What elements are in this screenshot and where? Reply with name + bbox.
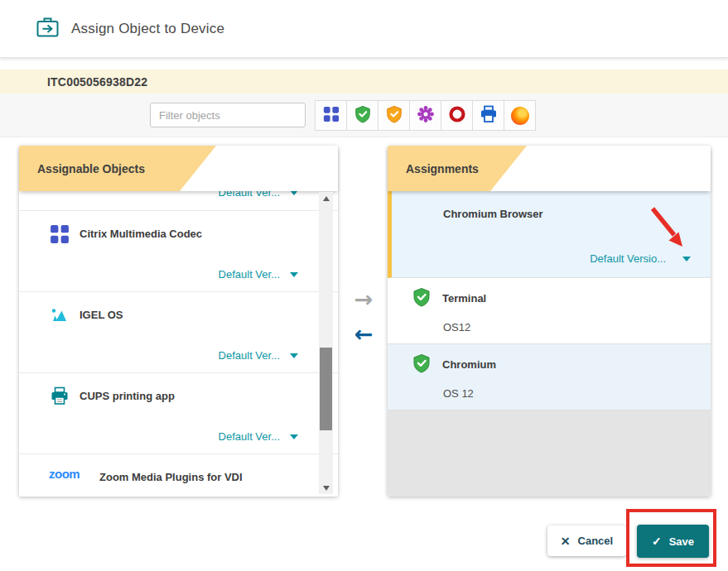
list-item-zoom-media-plugins[interactable]: zoom Zoom Media Plugins for VDI	[19, 454, 338, 497]
object-label: Citrix Multimedia Codec	[80, 228, 202, 240]
version-dropdown[interactable]: Default Ver...	[219, 191, 298, 199]
arrow-up-icon	[323, 196, 330, 201]
assignable-objects-list: Default Ver... Citrix Multimedia Codec D…	[19, 191, 338, 497]
assign-right-arrow-button[interactable]: →	[354, 288, 374, 311]
shield-orange-icon	[385, 105, 403, 126]
assignable-objects-header: Assignable Objects	[19, 146, 338, 191]
object-label: CUPS printing app	[80, 390, 175, 402]
chevron-down-icon	[290, 191, 298, 195]
shield-check-green-icon	[412, 353, 431, 373]
arrow-right-icon: →	[354, 286, 374, 312]
device-name: ITC005056938D22	[47, 75, 147, 89]
arrow-down-icon	[323, 486, 330, 491]
list-item-citrix-multimedia-codec[interactable]: Citrix Multimedia Codec Default Ver...	[19, 211, 338, 292]
filter-master-profiles-button[interactable]	[378, 100, 410, 131]
unassign-left-arrow-button[interactable]: ←	[354, 323, 374, 346]
close-icon: ✕	[561, 535, 571, 548]
filter-printer-button[interactable]	[472, 100, 504, 131]
assignment-label: Chromium Browser	[443, 208, 543, 220]
assignment-label: Terminal	[442, 292, 486, 305]
dialog-title: Assign Object to Device	[71, 21, 224, 37]
dialog-titlebar: Assign Object to Device	[0, 0, 728, 58]
list-item-partial[interactable]: Default Ver...	[19, 191, 338, 211]
filter-browser-button[interactable]	[504, 100, 536, 131]
browser-swirl-icon	[511, 107, 529, 125]
gear-flower-purple-icon	[417, 105, 435, 126]
filter-profiles-button[interactable]	[346, 100, 378, 131]
check-icon: ✓	[652, 535, 662, 548]
assignment-version-text: OS12	[443, 321, 470, 333]
assignment-label: Chromium	[442, 358, 496, 371]
chevron-down-icon	[682, 257, 691, 262]
version-dropdown[interactable]: Default Versio...	[590, 252, 691, 265]
assignment-version-text: OS 12	[443, 387, 474, 400]
igel-logo-icon	[50, 305, 70, 325]
apps-grid-icon	[323, 106, 340, 125]
assignments-list: Chromium Browser Default Versio... Termi…	[388, 191, 711, 497]
chevron-down-icon	[290, 272, 298, 277]
assignable-objects-panel: Assignable Objects Default Ver...	[19, 146, 338, 497]
object-label: Zoom Media Plugins for VDI	[99, 471, 243, 483]
object-type-filter-group	[315, 100, 536, 131]
version-label: Default Ver...	[219, 268, 280, 281]
shield-check-green-icon	[354, 105, 372, 126]
object-label: IGEL OS	[80, 309, 123, 321]
list-item-cups-printing-app[interactable]: CUPS printing app Default Ver...	[19, 373, 338, 454]
assign-object-to-device-dialog: Assign Object to Device ITC005056938D22	[0, 0, 728, 571]
version-label: Default Ver...	[219, 349, 280, 362]
version-dropdown[interactable]: Default Ver...	[219, 349, 298, 362]
zoom-wordmark-icon: zoom	[49, 467, 80, 481]
version-label: Default Ver...	[219, 430, 280, 443]
chevron-down-icon	[290, 434, 298, 439]
scrollbar-thumb[interactable]	[320, 348, 332, 430]
assignment-item-terminal[interactable]: Terminal OS12	[388, 278, 711, 344]
chevron-down-icon	[290, 353, 298, 358]
filter-objects-input[interactable]	[150, 103, 306, 127]
vertical-scrollbar[interactable]	[319, 192, 333, 494]
version-dropdown[interactable]: Default Ver...	[219, 430, 298, 443]
assign-object-icon	[36, 17, 59, 41]
assignments-header: Assignments	[388, 146, 711, 191]
scroll-up-button[interactable]	[319, 192, 333, 204]
assignable-objects-tab: Assignable Objects	[19, 146, 216, 191]
ring-red-icon	[448, 105, 466, 126]
save-button-label: Save	[669, 535, 694, 548]
scroll-down-button[interactable]	[319, 482, 333, 494]
list-item-igel-os[interactable]: IGEL OS Default Ver...	[19, 292, 338, 373]
version-dropdown[interactable]: Default Ver...	[219, 268, 298, 281]
version-label: Default Ver...	[219, 191, 280, 199]
apps-grid-icon	[50, 224, 70, 244]
transfer-controls: → ←	[345, 288, 383, 346]
device-bar: ITC005056938D22	[0, 70, 728, 94]
printer-blue-icon	[480, 105, 498, 126]
assignments-tab: Assignments	[388, 146, 527, 191]
filter-apps-button[interactable]	[315, 100, 347, 131]
version-label: Default Versio...	[590, 252, 666, 265]
cancel-button[interactable]: ✕ Cancel	[547, 525, 626, 556]
filter-custom-partition-button[interactable]	[409, 100, 441, 131]
shield-check-green-icon	[412, 287, 431, 307]
arrow-left-icon: ←	[354, 321, 374, 347]
filter-toolbar	[0, 94, 728, 137]
assignment-item-chromium-browser[interactable]: Chromium Browser Default Versio...	[388, 191, 711, 278]
cancel-button-label: Cancel	[578, 535, 614, 547]
save-button[interactable]: ✓ Save	[637, 525, 709, 558]
filter-opera-ring-button[interactable]	[441, 100, 473, 131]
assignment-item-chromium[interactable]: Chromium OS 12	[388, 344, 711, 410]
assignments-panel: Assignments Chromium Browser Default Ver…	[388, 146, 711, 497]
printer-teal-icon	[50, 386, 70, 406]
